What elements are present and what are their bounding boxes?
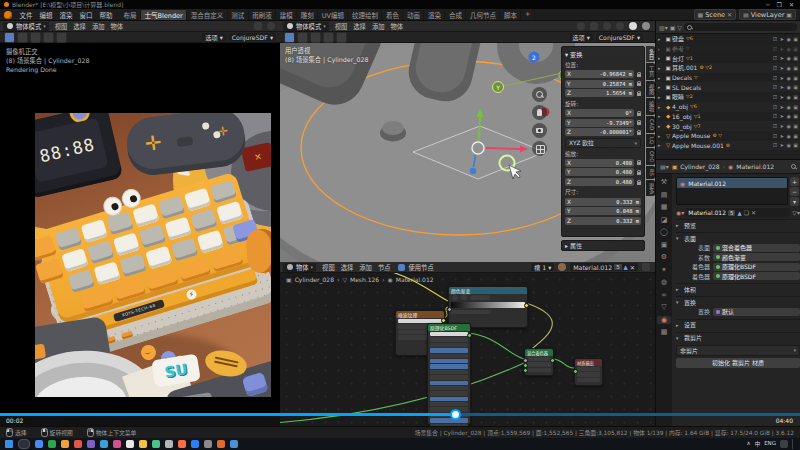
- minimize-button[interactable]: ─: [766, 1, 770, 8]
- selectable-icon[interactable]: ➤: [780, 133, 784, 139]
- material-name-field[interactable]: Material.012 5 ▲ ✕: [570, 263, 638, 271]
- select-tool-icon[interactable]: [4, 32, 15, 43]
- shader-menu-视图[interactable]: 视图: [319, 263, 338, 272]
- npanel-tab-LQ[interactable]: LQ: [646, 134, 655, 147]
- taskbar-app-icon-9[interactable]: [152, 440, 160, 448]
- blender-logo-icon[interactable]: [4, 11, 12, 19]
- transform-value-field[interactable]: Y-9.7349°: [565, 119, 634, 127]
- outliner-editor-icon[interactable]: ▥▾: [659, 24, 668, 31]
- outliner-item[interactable]: ▸▣键盘▽6☑➤◉▣: [656, 34, 800, 44]
- start-button[interactable]: [5, 440, 13, 448]
- outliner-item[interactable]: ▸▣眼睛▽2☑➤◉▣: [656, 92, 800, 102]
- workspace-tab[interactable]: 动画: [403, 10, 424, 20]
- settings-section[interactable]: ▸设置: [676, 319, 800, 330]
- selectable-icon[interactable]: ➤: [780, 46, 784, 52]
- checkbox-icon[interactable]: ☑: [773, 104, 777, 110]
- visibility-icon[interactable]: ◉: [786, 123, 790, 129]
- npanel-tab-视图[interactable]: 视图: [646, 81, 655, 97]
- outliner-item[interactable]: ▸◆16_obj▽1☑➤◉▣: [656, 112, 800, 122]
- properties-tab-1[interactable]: ▤: [661, 191, 668, 199]
- checkbox-icon[interactable]: ☑: [773, 123, 777, 129]
- viewport-menu-添加[interactable]: 添加: [369, 22, 388, 31]
- checkbox-icon[interactable]: ☑: [773, 36, 777, 42]
- tray-icon[interactable]: [780, 440, 788, 448]
- workspace-tab[interactable]: 测试: [228, 10, 249, 20]
- clip-init-button[interactable]: 初始化 裁剪片 材质: [676, 358, 800, 368]
- properties-tab-6[interactable]: ⚙: [661, 253, 667, 261]
- cursor-tool-icon[interactable]: [17, 32, 28, 43]
- workspace-tab[interactable]: 纹理绘制: [348, 10, 382, 20]
- rendered-shading-icon[interactable]: [642, 22, 650, 30]
- proportional-icon[interactable]: [577, 22, 585, 30]
- outliner-item[interactable]: ▸▣Decals▽☑➤◉▣: [656, 73, 800, 83]
- transform-value-field[interactable]: Y0.25874 m: [565, 80, 634, 88]
- checkbox-icon[interactable]: ☑: [773, 46, 777, 52]
- viewport-menu-视图[interactable]: 视图: [52, 22, 71, 31]
- search-button[interactable]: [18, 439, 30, 449]
- transform-panel-title[interactable]: ▾ 变换: [565, 50, 641, 59]
- conjuresdf-dropdown[interactable]: ConjureSDF ▾: [596, 33, 643, 41]
- maximize-button[interactable]: ❐: [777, 1, 782, 8]
- mode-dropdown[interactable]: 物体模式▾: [283, 22, 329, 31]
- workspace-tab[interactable]: 着色: [382, 10, 403, 20]
- menu-窗口[interactable]: 窗口: [76, 10, 96, 20]
- taskbar-app-icon-5[interactable]: [100, 440, 108, 448]
- viewport-3d[interactable]: 2 Y 物体模式▾ 视图选择添加物体: [280, 21, 655, 262]
- outliner-item[interactable]: ▸▣参考▽☑➤◉▣: [656, 44, 800, 54]
- selectable-icon[interactable]: ➤: [780, 113, 784, 119]
- menu-渲染[interactable]: 渲染: [56, 10, 76, 20]
- material-name-field[interactable]: Material.012 5 ▲ ❏ ✕: [686, 208, 790, 217]
- workspace-tab[interactable]: 混合自定义: [187, 10, 228, 20]
- color-ramp-gradient[interactable]: [451, 302, 525, 308]
- taskbar-app-icon-3[interactable]: [74, 440, 82, 448]
- taskbar-app-icon-4[interactable]: [87, 440, 95, 448]
- taskbar-app-icon-11[interactable]: [178, 440, 186, 448]
- menu-编辑[interactable]: 编辑: [36, 10, 56, 20]
- scene-selector[interactable]: ▦ Scene ✕: [694, 9, 737, 20]
- transform-value-field[interactable]: X0.332 m: [565, 198, 641, 206]
- properties-tab-0[interactable]: ⚒: [661, 178, 667, 186]
- selectable-icon[interactable]: ➤: [780, 75, 784, 81]
- npanel-tab-CAD[interactable]: CAD: [646, 116, 655, 133]
- scale-tool-icon[interactable]: [56, 32, 67, 43]
- visibility-icon[interactable]: ◉: [786, 133, 790, 139]
- clip-section[interactable]: ▾裁剪片: [676, 332, 800, 343]
- workspace-tab[interactable]: 建模: [276, 10, 297, 20]
- slot-dropdown[interactable]: 槽 1 ▾: [531, 263, 554, 271]
- node-mix-shader[interactable]: 混合着色器: [524, 348, 554, 376]
- properties-editor-icon[interactable]: ▤▾: [660, 163, 669, 170]
- lock-icon[interactable]: [636, 120, 641, 125]
- cursor-tool-icon[interactable]: [297, 32, 308, 43]
- workspace-tab[interactable]: 雕刻: [297, 10, 318, 20]
- use-nodes-checkbox[interactable]: [398, 264, 405, 271]
- taskbar-app-icon-8[interactable]: [139, 440, 147, 448]
- workspace-tab[interactable]: 脚本: [500, 10, 521, 20]
- checkbox-icon[interactable]: ☑: [773, 113, 777, 119]
- taskbar-app-icon-2[interactable]: [61, 440, 69, 448]
- lock-icon[interactable]: [636, 91, 641, 96]
- viewport-menu-视图[interactable]: 视图: [332, 22, 351, 31]
- taskbar-app-icon-7[interactable]: [126, 440, 134, 448]
- workspace-tab[interactable]: 士气Blender: [141, 10, 187, 20]
- transform-value-field[interactable]: X0.480: [565, 159, 634, 167]
- render-icon[interactable]: ▣: [793, 46, 798, 52]
- checkbox-icon[interactable]: ☑: [773, 142, 777, 148]
- viewport-rendered[interactable]: 物体模式▾ 视图选择添加物体 选项 ▾ ConjureSDF ▾ 摄像机正交 (…: [0, 21, 280, 413]
- properties-tab-8[interactable]: ◍: [661, 278, 667, 286]
- viewport-menu-物体[interactable]: 物体: [387, 22, 406, 31]
- conjuresdf-dropdown[interactable]: ConjureSDF ▾: [229, 33, 276, 41]
- preview-section[interactable]: ▸预览: [676, 219, 800, 230]
- transform-value-field[interactable]: Z0.332 m: [565, 217, 641, 225]
- lock-icon[interactable]: [636, 130, 641, 135]
- npanel-tab-OhO[interactable]: OhO: [646, 148, 655, 165]
- render-icon[interactable]: ▣: [793, 104, 798, 110]
- new-layer-icon[interactable]: ▣: [786, 11, 792, 18]
- lock-icon[interactable]: [636, 72, 641, 77]
- outliner-item[interactable]: ▸▣台灯▽1☑➤◉▣: [656, 53, 800, 63]
- checkbox-icon[interactable]: ☑: [773, 94, 777, 100]
- outliner-item[interactable]: ▸▣SL Decals☑➤◉▣: [656, 82, 800, 92]
- taskbar-app-icon-1[interactable]: [48, 440, 56, 448]
- video-progress-bar[interactable]: [0, 413, 800, 416]
- render-icon[interactable]: ▣: [793, 142, 798, 148]
- selectable-icon[interactable]: ➤: [780, 94, 784, 100]
